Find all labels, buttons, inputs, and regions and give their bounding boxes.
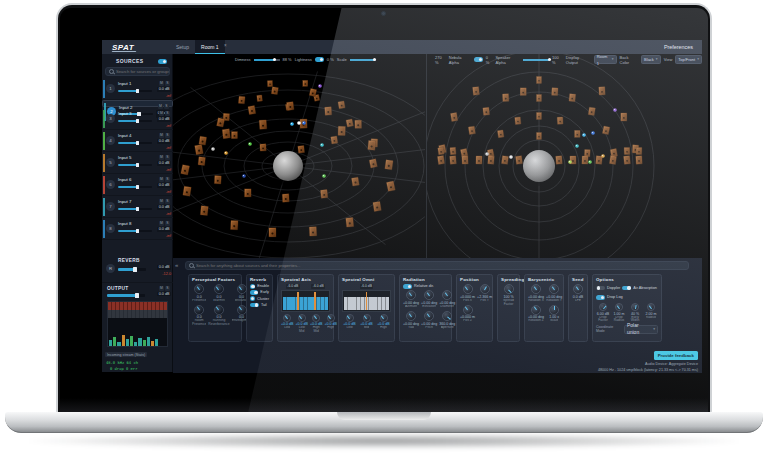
- mute-button[interactable]: M: [159, 177, 164, 182]
- knob[interactable]: [298, 314, 306, 322]
- speaker-box[interactable]: [596, 156, 603, 164]
- speaker-box[interactable]: [437, 156, 444, 165]
- knob[interactable]: [380, 314, 388, 322]
- source-row-6[interactable]: 6Input 6MS0.0 dB-inf: [102, 174, 173, 196]
- speaker-box[interactable]: [368, 141, 376, 151]
- source-dot[interactable]: [297, 121, 301, 125]
- mute-button[interactable]: M: [159, 111, 164, 116]
- mute-button[interactable]: M: [159, 199, 164, 204]
- speaker-box[interactable]: [584, 149, 590, 156]
- speaker-box[interactable]: [309, 227, 316, 236]
- band-handle[interactable]: [314, 292, 316, 310]
- speaker-box[interactable]: [222, 129, 230, 139]
- knob[interactable]: [442, 311, 452, 321]
- source-row-3[interactable]: 3Input 3MS0.0 dB-inf: [102, 108, 173, 130]
- speaker-box[interactable]: [200, 206, 208, 216]
- sources-search-input[interactable]: [116, 69, 169, 74]
- toggle[interactable]: [403, 284, 412, 289]
- knob[interactable]: [406, 290, 416, 300]
- listener-sphere[interactable]: [273, 151, 303, 181]
- knob[interactable]: [463, 284, 473, 294]
- speaker-box[interactable]: [260, 144, 266, 151]
- mute-button[interactable]: M: [159, 81, 164, 86]
- knob[interactable]: [363, 314, 371, 322]
- speaker-box[interactable]: [552, 88, 558, 96]
- solo-button[interactable]: S: [165, 133, 170, 138]
- speaker-box[interactable]: [502, 94, 508, 102]
- knob[interactable]: [327, 314, 335, 322]
- band-handle[interactable]: [366, 292, 368, 310]
- knob[interactable]: [631, 303, 639, 311]
- source-dot[interactable]: [485, 152, 489, 156]
- knob[interactable]: [531, 305, 541, 315]
- source-gain-slider[interactable]: [118, 230, 152, 233]
- speaker-box[interactable]: [451, 113, 458, 122]
- speaker-box[interactable]: [269, 228, 276, 237]
- source-dot[interactable]: [601, 154, 605, 158]
- output-mute-button[interactable]: M: [159, 286, 164, 291]
- speaker-box[interactable]: [537, 133, 542, 140]
- sources-search[interactable]: [105, 67, 170, 76]
- solo-button[interactable]: S: [165, 221, 170, 226]
- toggle[interactable]: [596, 286, 605, 291]
- speaker-box[interactable]: [338, 101, 345, 109]
- speaker-box[interactable]: [325, 107, 332, 115]
- knob[interactable]: [599, 303, 607, 311]
- panel-collapse-button[interactable]: «: [175, 262, 178, 268]
- speaker-box[interactable]: [557, 117, 563, 124]
- speaker-box[interactable]: [556, 156, 563, 164]
- speaker-box[interactable]: [473, 87, 480, 96]
- speaker-box[interactable]: [385, 160, 393, 170]
- source-dot[interactable]: [290, 122, 294, 126]
- solo-button[interactable]: S: [165, 111, 170, 116]
- source-dot[interactable]: [322, 174, 326, 178]
- source-gain-slider[interactable]: [118, 90, 152, 93]
- view-select[interactable]: Top/Front▾: [675, 55, 702, 64]
- speaker-box[interactable]: [438, 147, 444, 155]
- source-dot[interactable]: [320, 143, 324, 147]
- tab-close-icon[interactable]: ×: [224, 39, 227, 53]
- speaker-box[interactable]: [309, 88, 316, 96]
- speaker-box[interactable]: [271, 87, 278, 95]
- knob[interactable]: [504, 284, 514, 294]
- output-solo-button[interactable]: S: [165, 286, 170, 291]
- speaker-box[interactable]: [582, 156, 588, 164]
- source-gain-slider[interactable]: [118, 186, 152, 189]
- reverb-gain-slider[interactable]: [118, 268, 146, 271]
- knob[interactable]: [283, 314, 291, 322]
- speaker-box[interactable]: [476, 156, 482, 164]
- source-row-1[interactable]: 1Input 1MS0.0 dB-inf: [102, 78, 173, 100]
- back-color-select[interactable]: Black▾: [641, 55, 661, 64]
- spectral-omni-display[interactable]: [342, 290, 391, 312]
- knob[interactable]: [549, 305, 559, 315]
- source-dot[interactable]: [575, 144, 579, 148]
- speaker-box[interactable]: [624, 147, 630, 154]
- speaker-box[interactable]: [636, 156, 642, 164]
- slider-thumb[interactable]: [136, 207, 140, 212]
- spectral-axis-display[interactable]: [281, 290, 330, 312]
- knob[interactable]: [463, 305, 473, 315]
- source-dot[interactable]: [509, 155, 513, 159]
- knob[interactable]: [406, 311, 416, 321]
- speaker-box[interactable]: [516, 156, 523, 165]
- speaker-box[interactable]: [352, 177, 360, 186]
- source-dot[interactable]: [568, 160, 572, 164]
- speaker-box[interactable]: [195, 145, 203, 155]
- knob[interactable]: [194, 284, 204, 294]
- toggle[interactable]: [250, 296, 255, 301]
- knob[interactable]: [312, 314, 320, 322]
- knob[interactable]: [573, 284, 583, 294]
- speaker-box[interactable]: [267, 80, 272, 86]
- speaker-box[interactable]: [287, 102, 294, 111]
- solo-button[interactable]: S: [165, 81, 170, 86]
- source-dot[interactable]: [224, 151, 228, 155]
- knob[interactable]: [424, 290, 434, 300]
- source-row-5[interactable]: 5Input 5MS0.0 dB-inf: [102, 152, 173, 174]
- speaker-box[interactable]: [257, 95, 263, 101]
- source-dot[interactable]: [613, 108, 617, 112]
- speaker-box[interactable]: [450, 147, 456, 154]
- solo-button[interactable]: S: [165, 155, 170, 160]
- listener-sphere[interactable]: [523, 150, 555, 182]
- lightness-toggle[interactable]: [315, 57, 324, 62]
- speaker-box[interactable]: [373, 201, 381, 211]
